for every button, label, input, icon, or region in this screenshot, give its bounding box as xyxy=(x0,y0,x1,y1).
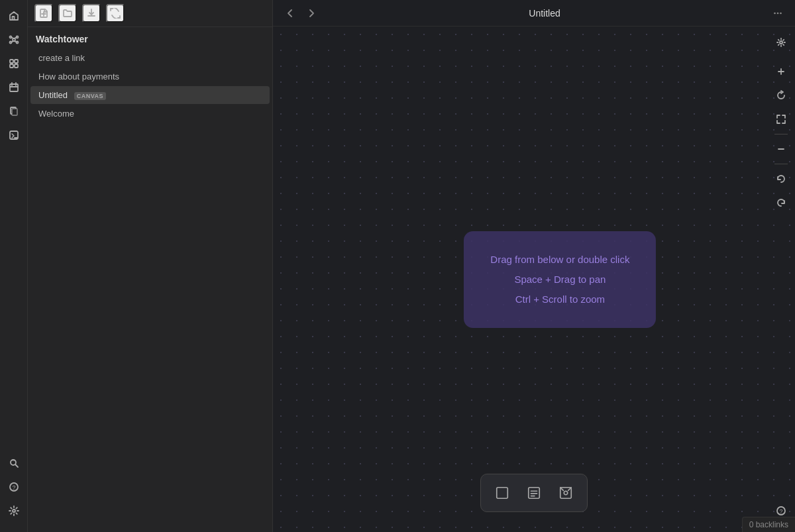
embed-button[interactable] xyxy=(551,478,580,507)
sidebar-toolbar xyxy=(28,0,272,27)
canvas-area[interactable]: Drag from below or double click Space + … xyxy=(273,27,795,532)
svg-rect-39 xyxy=(497,488,508,499)
right-toolbar-top xyxy=(770,32,792,53)
new-document-button[interactable] xyxy=(519,478,549,507)
zoom-in-button[interactable] xyxy=(770,61,792,82)
svg-point-33 xyxy=(780,41,782,44)
hint-line2: Space + Drag to pan xyxy=(490,270,629,290)
new-note-button[interactable] xyxy=(488,478,517,507)
svg-rect-0 xyxy=(12,17,14,20)
svg-point-32 xyxy=(780,12,782,14)
svg-rect-13 xyxy=(15,64,18,68)
svg-text:?: ? xyxy=(12,484,15,491)
list-item-create-link[interactable]: create a link xyxy=(30,49,270,67)
svg-rect-40 xyxy=(529,488,540,499)
forward-button[interactable] xyxy=(302,4,321,23)
svg-text:?: ? xyxy=(779,508,782,515)
svg-line-7 xyxy=(14,38,17,38)
svg-point-45 xyxy=(564,491,568,495)
header: Untitled xyxy=(273,0,795,27)
sidebar-title: Watchtower xyxy=(28,27,272,48)
sidebar-list: create a link How about payments Untitle… xyxy=(28,48,272,123)
list-item-payments[interactable]: How about payments xyxy=(30,68,270,85)
page-title: Untitled xyxy=(529,8,560,19)
right-toolbar-middle xyxy=(770,56,792,498)
refresh-button[interactable] xyxy=(770,85,792,106)
graph-icon[interactable] xyxy=(3,29,25,50)
svg-rect-10 xyxy=(10,60,13,63)
undo-button[interactable] xyxy=(770,168,792,189)
svg-rect-11 xyxy=(15,60,18,63)
sync-button[interactable] xyxy=(106,4,125,23)
left-icon-bar: ? xyxy=(0,0,28,532)
svg-line-9 xyxy=(14,41,17,42)
new-page-button[interactable] xyxy=(34,4,53,23)
backlinks-bar[interactable]: 0 backlinks xyxy=(742,517,795,532)
zoom-out-button[interactable] xyxy=(770,138,792,160)
sidebar-search-icon[interactable] xyxy=(3,452,25,474)
home-icon[interactable] xyxy=(3,5,25,27)
svg-rect-19 xyxy=(12,109,17,115)
more-options-button[interactable] xyxy=(768,4,787,23)
sidebar: Watchtower create a link How about payme… xyxy=(28,0,273,532)
icon-bar-bottom: ? xyxy=(3,452,25,527)
list-item-welcome[interactable]: Welcome xyxy=(30,105,270,123)
svg-rect-14 xyxy=(10,84,18,91)
svg-point-31 xyxy=(777,12,779,14)
export-button[interactable] xyxy=(82,4,101,23)
bottom-toolbar xyxy=(480,474,588,512)
back-button[interactable] xyxy=(281,4,299,23)
canvas-hint: Drag from below or double click Space + … xyxy=(464,231,656,328)
svg-line-23 xyxy=(15,464,18,467)
header-nav xyxy=(281,4,321,23)
svg-point-27 xyxy=(13,509,15,512)
sidebar-settings-icon[interactable] xyxy=(3,500,25,521)
calendar-icon[interactable] xyxy=(3,77,25,98)
svg-rect-24 xyxy=(12,460,15,461)
hint-line3: Ctrl + Scroll to zoom xyxy=(490,290,629,309)
list-item-untitled[interactable]: Untitled CANVAS xyxy=(30,86,270,104)
canvas-badge: CANVAS xyxy=(74,92,106,100)
pages-icon[interactable] xyxy=(3,101,25,122)
svg-rect-12 xyxy=(10,64,13,68)
rt-settings-button[interactable] xyxy=(770,32,792,53)
right-toolbar: ? xyxy=(767,27,795,532)
main-area: Untitled Drag from below or double click… xyxy=(273,0,795,532)
terminal-icon[interactable] xyxy=(3,125,25,146)
rt-divider-1 xyxy=(774,134,788,134)
svg-point-30 xyxy=(774,12,776,14)
grid-icon[interactable] xyxy=(3,53,25,74)
fullscreen-button[interactable] xyxy=(770,109,792,130)
icon-bar-top xyxy=(3,5,25,450)
redo-button[interactable] xyxy=(770,192,792,213)
open-file-button[interactable] xyxy=(58,4,77,23)
hint-line1: Drag from below or double click xyxy=(490,250,629,270)
sidebar-help-icon[interactable]: ? xyxy=(3,476,25,498)
rt-divider-2 xyxy=(774,164,788,164)
